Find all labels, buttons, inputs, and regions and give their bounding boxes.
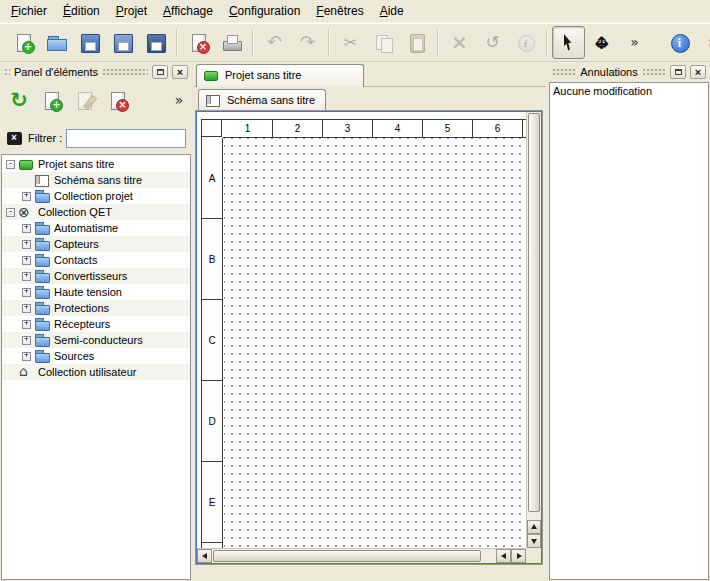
tree-item[interactable]: Protections: [2, 300, 190, 316]
expander-icon[interactable]: [22, 320, 31, 329]
expander-icon[interactable]: [22, 256, 31, 265]
row-header: B: [202, 219, 222, 300]
save-button[interactable]: [73, 26, 106, 59]
tree-item[interactable]: Haute tension: [2, 284, 190, 300]
scroll-right-button[interactable]: [511, 549, 526, 563]
scroll-up-button[interactable]: [527, 520, 541, 534]
paste-button[interactable]: [400, 26, 433, 59]
tab-projet-sans-titre[interactable]: Projet sans titre: [196, 64, 364, 87]
tree-item-label: Automatisme: [54, 222, 118, 234]
overflow-chevron-button[interactable]: [618, 26, 651, 59]
dock-drag-grip[interactable]: [642, 68, 666, 76]
undo-button[interactable]: [258, 26, 291, 59]
overflow-chevron-button[interactable]: [696, 26, 710, 59]
tree-item[interactable]: Collection projet: [2, 188, 190, 204]
vertical-scrollbar-thumb[interactable]: [528, 113, 540, 512]
scroll-left-button[interactable]: [197, 549, 212, 563]
column-header: 2: [273, 120, 323, 137]
float-dock-button[interactable]: [152, 65, 168, 79]
undo-list[interactable]: Aucune modification: [549, 82, 709, 580]
expander-icon[interactable]: [6, 208, 15, 217]
expander-icon[interactable]: [6, 160, 15, 169]
horizontal-scrollbar[interactable]: [197, 548, 526, 563]
menu-item[interactable]: Fichier: [3, 1, 55, 21]
project-icon: [203, 69, 219, 82]
folder-icon: [34, 302, 50, 315]
scroll-down-button[interactable]: [527, 534, 541, 548]
dock-drag-grip[interactable]: [4, 68, 10, 76]
float-dock-button[interactable]: [670, 65, 686, 79]
horizontal-scrollbar-thumb[interactable]: [213, 550, 481, 562]
expander-icon[interactable]: [22, 224, 31, 233]
menu-item[interactable]: Aide: [372, 1, 412, 21]
redo-button[interactable]: [291, 26, 324, 59]
schema-canvas[interactable]: 1 2 3 4 5 6: [197, 112, 526, 548]
save-as-button[interactable]: [106, 26, 139, 59]
rotate-button[interactable]: [476, 26, 509, 59]
tree-item-label: Convertisseurs: [54, 270, 127, 282]
expander-icon[interactable]: [22, 192, 31, 201]
schema-grid[interactable]: [224, 138, 526, 548]
expander-icon[interactable]: [22, 336, 31, 345]
tree-item[interactable]: Schéma sans titre: [2, 172, 190, 188]
tree-item[interactable]: Semi-conducteurs: [2, 332, 190, 348]
info-button[interactable]: [509, 26, 542, 59]
new-element-button[interactable]: [37, 86, 67, 116]
dock-drag-grip[interactable]: [102, 68, 148, 76]
info-icon: [515, 32, 537, 54]
delete-button[interactable]: [443, 26, 476, 59]
dock-drag-grip[interactable]: [552, 68, 576, 76]
vertical-scrollbar[interactable]: [526, 112, 541, 548]
scroll-left-button-2[interactable]: [496, 549, 511, 563]
tab-schema-sans-titre[interactable]: Schéma sans titre: [198, 89, 326, 111]
tree-item[interactable]: Contacts: [2, 252, 190, 268]
tree-item-label: Collection projet: [54, 190, 133, 202]
close-document-icon: [188, 32, 210, 54]
help-button[interactable]: [663, 26, 696, 59]
folder-icon: [34, 190, 50, 203]
overflow-chevron-icon: [624, 32, 646, 54]
tree-item[interactable]: Capteurs: [2, 236, 190, 252]
tree-item[interactable]: Convertisseurs: [2, 268, 190, 284]
save-all-button[interactable]: [139, 26, 172, 59]
move-button[interactable]: [585, 26, 618, 59]
tree-item[interactable]: Collection utilisateur: [2, 364, 190, 380]
menu-item[interactable]: Projet: [108, 1, 155, 21]
expander-icon[interactable]: [22, 288, 31, 297]
tree-item[interactable]: Collection QET: [2, 204, 190, 220]
menu-item[interactable]: Édition: [55, 1, 108, 21]
expander-icon[interactable]: [22, 352, 31, 361]
reload-collections-button[interactable]: [4, 86, 34, 116]
save-icon: [79, 32, 101, 54]
filter-input[interactable]: [66, 129, 186, 148]
expander-icon[interactable]: [22, 240, 31, 249]
vertical-scrollbar-buttons: [527, 520, 541, 548]
edit-element-button[interactable]: [70, 86, 100, 116]
expander-icon[interactable]: [22, 304, 31, 313]
row-header: D: [202, 381, 222, 462]
menu-item[interactable]: Fenêtres: [308, 1, 371, 21]
delete-element-button[interactable]: [103, 86, 133, 116]
expander-icon[interactable]: [22, 272, 31, 281]
overflow-chevron-button[interactable]: [170, 86, 188, 116]
print-button[interactable]: [215, 26, 248, 59]
tree-item[interactable]: Projet sans titre: [2, 156, 190, 172]
copy-button[interactable]: [367, 26, 400, 59]
project-window: Schéma sans titre 1 2 3: [196, 88, 542, 564]
new-document-button[interactable]: [7, 26, 40, 59]
horizontal-scrollbar-track[interactable]: [481, 549, 496, 563]
cut-button[interactable]: [334, 26, 367, 59]
tree-item[interactable]: Automatisme: [2, 220, 190, 236]
clear-filter-button[interactable]: [4, 129, 24, 147]
float-icon: [157, 69, 164, 75]
close-document-button[interactable]: [182, 26, 215, 59]
sheet-corner: [202, 120, 222, 137]
close-dock-button[interactable]: [172, 65, 188, 79]
open-folder-button[interactable]: [40, 26, 73, 59]
tree-item[interactable]: Sources: [2, 348, 190, 364]
close-dock-button[interactable]: [690, 65, 706, 79]
menu-item[interactable]: Affichage: [155, 1, 221, 21]
menu-item[interactable]: Configuration: [221, 1, 308, 21]
tree-item[interactable]: Récepteurs: [2, 316, 190, 332]
pointer-button[interactable]: [552, 26, 585, 59]
